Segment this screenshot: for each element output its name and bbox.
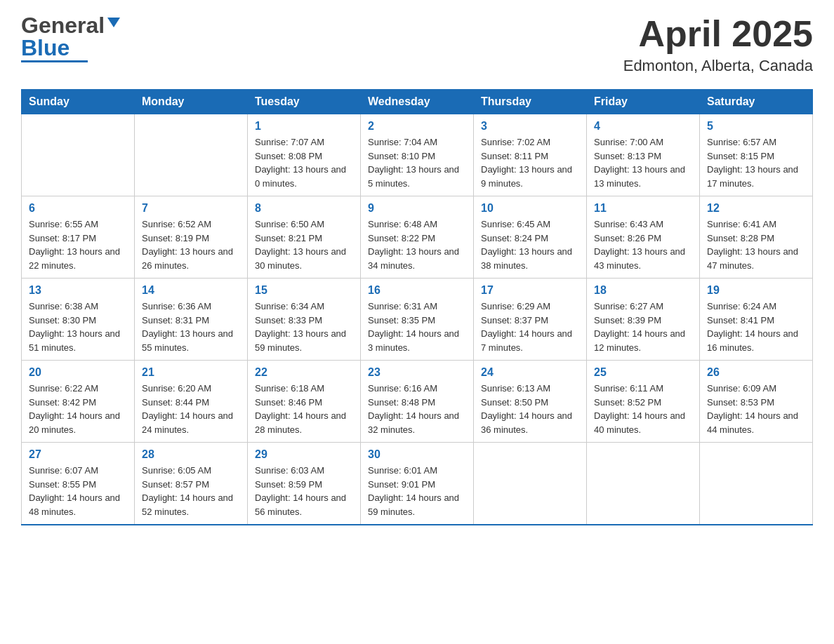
- day-number: 23: [368, 366, 466, 379]
- table-row: [135, 114, 248, 196]
- location-subtitle: Edmonton, Alberta, Canada: [623, 57, 813, 75]
- day-info: Sunrise: 6:34 AMSunset: 8:33 PMDaylight:…: [255, 300, 353, 354]
- day-info: Sunrise: 7:00 AMSunset: 8:13 PMDaylight:…: [594, 135, 692, 190]
- header-monday: Monday: [135, 90, 248, 114]
- table-row: 3Sunrise: 7:02 AMSunset: 8:11 PMDaylight…: [474, 114, 587, 196]
- table-row: 10Sunrise: 6:45 AMSunset: 8:24 PMDayligh…: [474, 196, 587, 279]
- day-number: 7: [142, 202, 240, 215]
- day-number: 9: [368, 202, 466, 215]
- table-row: 29Sunrise: 6:03 AMSunset: 8:59 PMDayligh…: [248, 443, 361, 525]
- day-info: Sunrise: 6:29 AMSunset: 8:37 PMDaylight:…: [481, 300, 579, 354]
- table-row: 13Sunrise: 6:38 AMSunset: 8:30 PMDayligh…: [22, 279, 135, 361]
- day-number: 29: [255, 448, 353, 461]
- day-info: Sunrise: 7:04 AMSunset: 8:10 PMDaylight:…: [368, 135, 466, 190]
- day-info: Sunrise: 6:55 AMSunset: 8:17 PMDaylight:…: [29, 217, 127, 272]
- day-number: 14: [142, 284, 240, 297]
- day-info: Sunrise: 6:03 AMSunset: 8:59 PMDaylight:…: [255, 464, 353, 518]
- day-info: Sunrise: 6:43 AMSunset: 8:26 PMDaylight:…: [594, 217, 692, 272]
- table-row: 14Sunrise: 6:36 AMSunset: 8:31 PMDayligh…: [135, 279, 248, 361]
- day-number: 6: [29, 202, 127, 215]
- day-info: Sunrise: 6:01 AMSunset: 9:01 PMDaylight:…: [368, 464, 466, 518]
- week-row-2: 6Sunrise: 6:55 AMSunset: 8:17 PMDaylight…: [22, 196, 813, 279]
- logo: General Blue: [21, 14, 120, 62]
- header-tuesday: Tuesday: [248, 90, 361, 114]
- day-info: Sunrise: 7:02 AMSunset: 8:11 PMDaylight:…: [481, 135, 579, 190]
- table-row: 8Sunrise: 6:50 AMSunset: 8:21 PMDaylight…: [248, 196, 361, 279]
- calendar-table: SundayMondayTuesdayWednesdayThursdayFrid…: [21, 89, 813, 525]
- day-number: 4: [594, 120, 692, 133]
- day-number: 18: [594, 284, 692, 297]
- table-row: 20Sunrise: 6:22 AMSunset: 8:42 PMDayligh…: [22, 361, 135, 443]
- table-row: 19Sunrise: 6:24 AMSunset: 8:41 PMDayligh…: [700, 279, 813, 361]
- logo-blue-text: Blue: [21, 36, 70, 59]
- day-number: 5: [707, 120, 805, 133]
- header-wednesday: Wednesday: [361, 90, 474, 114]
- day-info: Sunrise: 6:16 AMSunset: 8:48 PMDaylight:…: [368, 382, 466, 436]
- day-info: Sunrise: 6:27 AMSunset: 8:39 PMDaylight:…: [594, 300, 692, 354]
- week-row-3: 13Sunrise: 6:38 AMSunset: 8:30 PMDayligh…: [22, 279, 813, 361]
- table-row: 24Sunrise: 6:13 AMSunset: 8:50 PMDayligh…: [474, 361, 587, 443]
- table-row: 22Sunrise: 6:18 AMSunset: 8:46 PMDayligh…: [248, 361, 361, 443]
- day-info: Sunrise: 6:13 AMSunset: 8:50 PMDaylight:…: [481, 382, 579, 436]
- day-info: Sunrise: 6:22 AMSunset: 8:42 PMDaylight:…: [29, 382, 127, 436]
- header-thursday: Thursday: [474, 90, 587, 114]
- table-row: [587, 443, 700, 525]
- table-row: 9Sunrise: 6:48 AMSunset: 8:22 PMDaylight…: [361, 196, 474, 279]
- day-number: 2: [368, 120, 466, 133]
- day-number: 22: [255, 366, 353, 379]
- day-number: 30: [368, 448, 466, 461]
- table-row: 25Sunrise: 6:11 AMSunset: 8:52 PMDayligh…: [587, 361, 700, 443]
- logo-arrow-icon: [107, 18, 120, 35]
- week-row-5: 27Sunrise: 6:07 AMSunset: 8:55 PMDayligh…: [22, 443, 813, 525]
- day-number: 11: [594, 202, 692, 215]
- day-info: Sunrise: 6:41 AMSunset: 8:28 PMDaylight:…: [707, 217, 805, 272]
- day-number: 16: [368, 284, 466, 297]
- table-row: 2Sunrise: 7:04 AMSunset: 8:10 PMDaylight…: [361, 114, 474, 196]
- day-number: 1: [255, 120, 353, 133]
- table-row: [700, 443, 813, 525]
- day-info: Sunrise: 6:50 AMSunset: 8:21 PMDaylight:…: [255, 217, 353, 272]
- day-number: 15: [255, 284, 353, 297]
- day-info: Sunrise: 6:36 AMSunset: 8:31 PMDaylight:…: [142, 300, 240, 354]
- day-number: 3: [481, 120, 579, 133]
- day-info: Sunrise: 6:07 AMSunset: 8:55 PMDaylight:…: [29, 464, 127, 518]
- table-row: 28Sunrise: 6:05 AMSunset: 8:57 PMDayligh…: [135, 443, 248, 525]
- table-row: 1Sunrise: 7:07 AMSunset: 8:08 PMDaylight…: [248, 114, 361, 196]
- page-header: General Blue April 2025 Edmonton, Albert…: [21, 14, 813, 75]
- week-row-1: 1Sunrise: 7:07 AMSunset: 8:08 PMDaylight…: [22, 114, 813, 196]
- day-info: Sunrise: 6:57 AMSunset: 8:15 PMDaylight:…: [707, 135, 805, 190]
- table-row: 27Sunrise: 6:07 AMSunset: 8:55 PMDayligh…: [22, 443, 135, 525]
- table-row: 23Sunrise: 6:16 AMSunset: 8:48 PMDayligh…: [361, 361, 474, 443]
- day-number: 26: [707, 366, 805, 379]
- table-row: 15Sunrise: 6:34 AMSunset: 8:33 PMDayligh…: [248, 279, 361, 361]
- day-info: Sunrise: 6:18 AMSunset: 8:46 PMDaylight:…: [255, 382, 353, 436]
- table-row: 12Sunrise: 6:41 AMSunset: 8:28 PMDayligh…: [700, 196, 813, 279]
- table-row: 21Sunrise: 6:20 AMSunset: 8:44 PMDayligh…: [135, 361, 248, 443]
- day-number: 24: [481, 366, 579, 379]
- table-row: 17Sunrise: 6:29 AMSunset: 8:37 PMDayligh…: [474, 279, 587, 361]
- table-row: [474, 443, 587, 525]
- table-row: 11Sunrise: 6:43 AMSunset: 8:26 PMDayligh…: [587, 196, 700, 279]
- week-row-4: 20Sunrise: 6:22 AMSunset: 8:42 PMDayligh…: [22, 361, 813, 443]
- logo-general-text: General: [21, 14, 105, 36]
- table-row: 18Sunrise: 6:27 AMSunset: 8:39 PMDayligh…: [587, 279, 700, 361]
- table-row: 6Sunrise: 6:55 AMSunset: 8:17 PMDaylight…: [22, 196, 135, 279]
- day-info: Sunrise: 6:24 AMSunset: 8:41 PMDaylight:…: [707, 300, 805, 354]
- days-of-week-row: SundayMondayTuesdayWednesdayThursdayFrid…: [22, 90, 813, 114]
- day-number: 12: [707, 202, 805, 215]
- logo-underline: [21, 60, 88, 62]
- day-info: Sunrise: 6:38 AMSunset: 8:30 PMDaylight:…: [29, 300, 127, 354]
- day-info: Sunrise: 6:45 AMSunset: 8:24 PMDaylight:…: [481, 217, 579, 272]
- month-year-title: April 2025: [623, 14, 813, 54]
- table-row: 5Sunrise: 6:57 AMSunset: 8:15 PMDaylight…: [700, 114, 813, 196]
- table-row: 7Sunrise: 6:52 AMSunset: 8:19 PMDaylight…: [135, 196, 248, 279]
- day-number: 25: [594, 366, 692, 379]
- table-row: 4Sunrise: 7:00 AMSunset: 8:13 PMDaylight…: [587, 114, 700, 196]
- day-info: Sunrise: 6:48 AMSunset: 8:22 PMDaylight:…: [368, 217, 466, 272]
- day-info: Sunrise: 6:20 AMSunset: 8:44 PMDaylight:…: [142, 382, 240, 436]
- day-number: 19: [707, 284, 805, 297]
- header-friday: Friday: [587, 90, 700, 114]
- header-saturday: Saturday: [700, 90, 813, 114]
- day-number: 8: [255, 202, 353, 215]
- header-sunday: Sunday: [22, 90, 135, 114]
